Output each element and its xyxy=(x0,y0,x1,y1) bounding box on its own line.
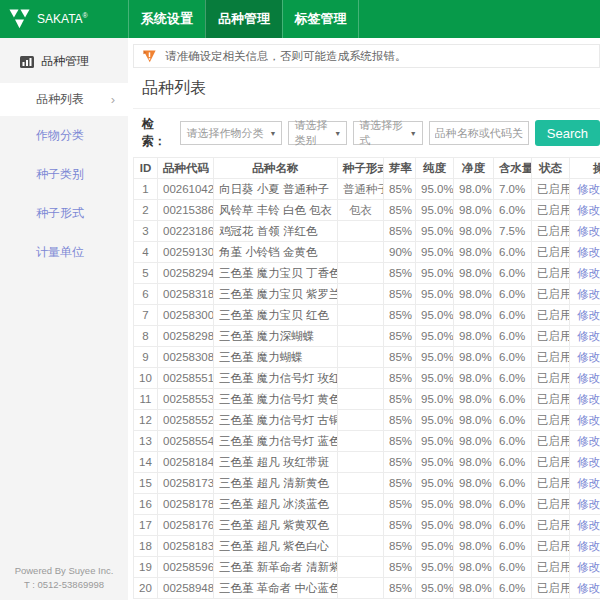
table-cell: 6.0% xyxy=(494,578,532,599)
chevron-right-icon: › xyxy=(111,92,115,107)
table-cell: 00258308 xyxy=(158,347,214,368)
table-row: 1000258551三色堇 魔力信号灯 玫红色85%95.0%98.0%6.0%… xyxy=(134,368,600,389)
sidebar-section-label: 品种管理 xyxy=(41,53,89,70)
nav-tab[interactable]: 品种管理 xyxy=(205,0,282,38)
table-cell: 98.0% xyxy=(454,221,494,242)
table-cell: 已启用 xyxy=(532,389,570,410)
table-cell: 6.0% xyxy=(494,389,532,410)
table-cell: 95.0% xyxy=(416,515,454,536)
table-cell: 95.0% xyxy=(416,263,454,284)
table-cell: 98.0% xyxy=(454,410,494,431)
edit-link[interactable]: 修改 xyxy=(577,309,600,321)
alert-text: 请准确设定相关信息，否则可能造成系统报错。 xyxy=(165,49,407,64)
table-row: 1300258554三色堇 魔力信号灯 蓝色85%95.0%98.0%6.0%已… xyxy=(134,431,600,452)
operations-cell: 修改|禁用 xyxy=(570,326,600,347)
edit-link[interactable]: 修改 xyxy=(577,183,600,195)
table-cell: 三色堇 新革命者 清新紫色 xyxy=(214,557,338,578)
nav-tab[interactable]: 系统设置 xyxy=(128,0,205,38)
search-button[interactable]: Search xyxy=(535,120,600,146)
edit-link[interactable]: 修改 xyxy=(577,561,600,573)
sidebar-link[interactable]: 种子类别 xyxy=(0,155,128,194)
table-cell xyxy=(338,347,384,368)
operations-cell: 修改|禁用 xyxy=(570,494,600,515)
table-cell: 85% xyxy=(384,347,416,368)
operations-cell: 修改|禁用 xyxy=(570,347,600,368)
table-row: 1100258553三色堇 魔力信号灯 黄色85%95.0%98.0%6.0%已… xyxy=(134,389,600,410)
table-cell: 19 xyxy=(134,557,158,578)
table-cell xyxy=(338,368,384,389)
edit-link[interactable]: 修改 xyxy=(577,246,600,258)
table-cell: 00258294 xyxy=(158,263,214,284)
edit-link[interactable]: 修改 xyxy=(577,288,600,300)
table-cell: 85% xyxy=(384,431,416,452)
table-cell: 85% xyxy=(384,326,416,347)
clover-logo-icon xyxy=(7,8,32,31)
sidebar: 品种管理 品种列表 › 作物分类种子类别种子形式计量单位 Powered By … xyxy=(0,38,128,600)
table-row: 1400258184三色堇 超凡 玫红带斑85%95.0%98.0%6.0%已启… xyxy=(134,452,600,473)
nav-tab[interactable]: 标签管理 xyxy=(282,0,359,38)
table-cell: 三色堇 魔力信号灯 玫红色 xyxy=(214,368,338,389)
table-cell: 85% xyxy=(384,410,416,431)
table-cell: 6.0% xyxy=(494,536,532,557)
filter-select[interactable]: 请选择类别▼ xyxy=(288,121,347,145)
table-cell: 85% xyxy=(384,221,416,242)
table-row: 700258300三色堇 魔力宝贝 红色85%95.0%98.0%6.0%已启用… xyxy=(134,305,600,326)
page-title: 品种列表 xyxy=(133,68,600,109)
edit-link[interactable]: 修改 xyxy=(577,540,600,552)
sidebar-link[interactable]: 种子形式 xyxy=(0,194,128,233)
table-cell xyxy=(338,473,384,494)
table-cell: 已启用 xyxy=(532,284,570,305)
table-cell: 已启用 xyxy=(532,326,570,347)
table-cell: 角堇 小铃铛 金黄色 xyxy=(214,242,338,263)
table-cell: 00258176 xyxy=(158,515,214,536)
filter-select[interactable]: 请选择形式▼ xyxy=(353,121,423,145)
table-cell xyxy=(338,410,384,431)
edit-link[interactable]: 修改 xyxy=(577,582,600,594)
table-cell: 00258553 xyxy=(158,389,214,410)
table-cell: 6.0% xyxy=(494,452,532,473)
table-cell: 85% xyxy=(384,179,416,200)
keyword-input[interactable] xyxy=(429,121,529,145)
table-cell: 98.0% xyxy=(454,557,494,578)
edit-link[interactable]: 修改 xyxy=(577,372,600,384)
table-cell: 85% xyxy=(384,557,416,578)
edit-link[interactable]: 修改 xyxy=(577,435,600,447)
table-cell: 三色堇 魔力宝贝 丁香色 xyxy=(214,263,338,284)
search-label: 检索： xyxy=(142,116,174,150)
edit-link[interactable]: 修改 xyxy=(577,225,600,237)
table-row: 300223186鸡冠花 首领 洋红色85%95.0%98.0%7.5%已启用修… xyxy=(134,221,600,242)
main-nav: 系统设置品种管理标签管理 xyxy=(128,0,359,38)
table-body: 100261042向日葵 小夏 普通种子普通种子85%95.0%98.0%7.0… xyxy=(134,179,600,599)
edit-link[interactable]: 修改 xyxy=(577,330,600,342)
edit-link[interactable]: 修改 xyxy=(577,351,600,363)
edit-link[interactable]: 修改 xyxy=(577,414,600,426)
operations-cell: 修改|禁用 xyxy=(570,452,600,473)
edit-link[interactable]: 修改 xyxy=(577,456,600,468)
table-cell: 2 xyxy=(134,200,158,221)
table-cell: 00215386 xyxy=(158,200,214,221)
column-header: 纯度 xyxy=(416,158,454,179)
table-cell: 6.0% xyxy=(494,242,532,263)
table-cell: 6.0% xyxy=(494,263,532,284)
table-cell: 00258596 xyxy=(158,557,214,578)
table-cell: 85% xyxy=(384,452,416,473)
edit-link[interactable]: 修改 xyxy=(577,519,600,531)
edit-link[interactable]: 修改 xyxy=(577,204,600,216)
sidebar-link[interactable]: 作物分类 xyxy=(0,116,128,155)
variety-table: ID品种代码品种名称种子形式芽率纯度净度含水量状态操作 100261042向日葵… xyxy=(133,157,600,599)
sidebar-links: 作物分类种子类别种子形式计量单位 xyxy=(0,116,128,272)
table-cell: 00258948 xyxy=(158,578,214,599)
sidebar-item-variety-list[interactable]: 品种列表 › xyxy=(0,83,128,116)
edit-link[interactable]: 修改 xyxy=(577,477,600,489)
edit-link[interactable]: 修改 xyxy=(577,267,600,279)
table-cell: 三色堇 革命者 中心蓝色 xyxy=(214,578,338,599)
phone-text: T : 0512-53869998 xyxy=(0,578,128,592)
table-cell: 98.0% xyxy=(454,389,494,410)
table-cell: 6.0% xyxy=(494,305,532,326)
edit-link[interactable]: 修改 xyxy=(577,498,600,510)
edit-link[interactable]: 修改 xyxy=(577,393,600,405)
sidebar-link[interactable]: 计量单位 xyxy=(0,233,128,272)
table-cell: 90% xyxy=(384,242,416,263)
filter-select[interactable]: 请选择作物分类▼ xyxy=(180,121,282,145)
column-header: 品种代码 xyxy=(158,158,214,179)
